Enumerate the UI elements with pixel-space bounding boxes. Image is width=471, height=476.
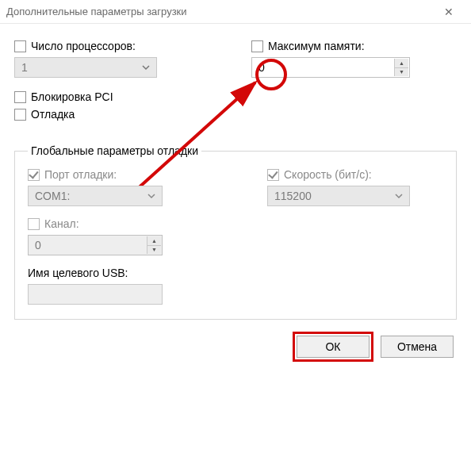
debug-label: Отладка	[31, 108, 75, 121]
cpu-count-label: Число процессоров:	[31, 40, 136, 52]
max-memory-spinbox[interactable]: 0 ▲ ▼	[251, 57, 410, 78]
chevron-down-icon	[147, 190, 155, 202]
debug-port-label: Порт отладки:	[44, 168, 117, 181]
baud-value: 115200	[274, 190, 312, 202]
debug-port-value: COM1:	[35, 190, 70, 202]
debug-checkbox[interactable]	[14, 109, 26, 121]
spinner-down-icon[interactable]: ▼	[394, 68, 408, 77]
cancel-button[interactable]: Отмена	[381, 336, 454, 358]
baud-label: Скорость (бит/с):	[284, 168, 372, 181]
pci-lock-label: Блокировка PCI	[31, 90, 113, 103]
spinner-up-icon: ▲	[147, 236, 161, 246]
spinner-down-icon: ▼	[147, 246, 161, 255]
cpu-count-dropdown[interactable]: 1	[14, 57, 157, 78]
debug-port-checkbox	[28, 169, 40, 181]
close-icon[interactable]: ✕	[433, 0, 465, 24]
usb-target-input	[28, 284, 163, 305]
dialog-content: Число процессоров: 1 Блокировка PCI Отла…	[0, 24, 471, 367]
global-debug-legend: Глобальные параметры отладки	[28, 144, 201, 157]
global-debug-group: Глобальные параметры отладки Порт отладк…	[14, 144, 457, 320]
channel-checkbox	[28, 218, 40, 230]
channel-spinbox: 0 ▲ ▼	[28, 235, 163, 255]
cpu-count-value: 1	[21, 61, 28, 74]
channel-label: Канал:	[44, 217, 79, 230]
chevron-down-icon	[395, 190, 403, 202]
max-memory-value: 0	[258, 61, 265, 74]
dialog-buttons: ОК Отмена	[14, 336, 457, 358]
baud-checkbox	[267, 169, 279, 181]
cpu-count-checkbox[interactable]	[14, 40, 26, 52]
chevron-down-icon	[142, 61, 150, 74]
ok-button[interactable]: ОК	[297, 336, 370, 358]
pci-lock-checkbox[interactable]	[14, 91, 26, 103]
usb-target-label: Имя целевого USB:	[28, 267, 204, 279]
channel-value: 0	[35, 239, 41, 251]
spinner-up-icon[interactable]: ▲	[394, 59, 408, 68]
max-memory-label: Максимум памяти:	[268, 40, 365, 52]
window-title: Дополнительные параметры загрузки	[6, 6, 433, 17]
debug-port-dropdown: COM1:	[28, 186, 163, 206]
baud-dropdown: 115200	[267, 186, 410, 206]
max-memory-checkbox[interactable]	[251, 40, 263, 52]
titlebar: Дополнительные параметры загрузки ✕	[0, 0, 471, 24]
